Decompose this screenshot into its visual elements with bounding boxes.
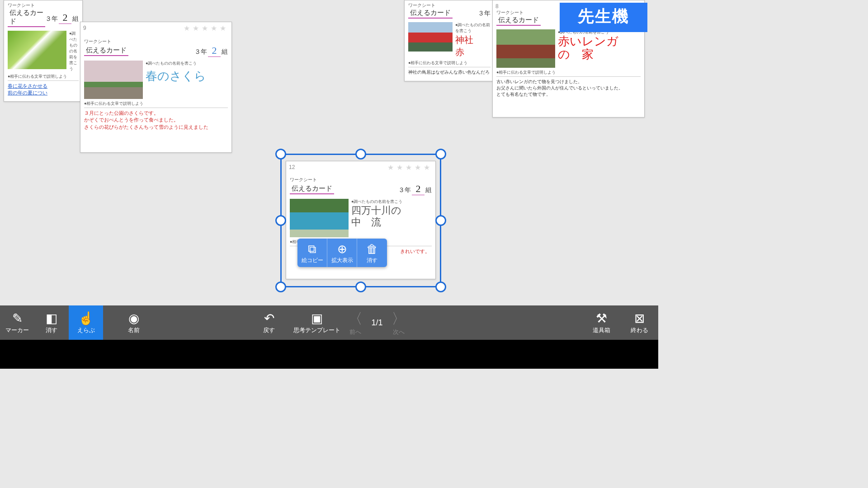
handwritten-title: 赤いレンガ の 家 (558, 35, 641, 61)
card-title: 伝えるカード (84, 46, 128, 56)
chevron-left-icon: 〈 (348, 309, 363, 329)
note-label: ●相手に伝わる文章で説明しよう (84, 101, 231, 107)
star-icon: ★ (220, 24, 229, 33)
handwritten-title: 神社 赤 (455, 34, 491, 58)
next-page-button[interactable]: 〉 次へ (387, 309, 410, 336)
note-body: 春に花をさかせる 前の年の夏につい (4, 81, 82, 99)
resize-handle[interactable] (435, 149, 446, 160)
resize-handle[interactable] (435, 215, 446, 226)
star-rating[interactable]: ★ ★ ★ ★ ★ (184, 24, 229, 33)
selection-box[interactable] (280, 154, 441, 287)
select-tool[interactable]: ☝ えらぶ (69, 305, 103, 340)
delete-button[interactable]: 🗑 消す (357, 239, 387, 267)
note-body: ３月にとった公園のさくらです。 かぞくでおべんとうを作って食べました。 さくらの… (80, 108, 231, 133)
photo-thumbnail (84, 61, 143, 99)
photo-thumbnail (496, 29, 555, 68)
bottom-strip (0, 340, 658, 369)
card-title: 伝えるカード (496, 16, 541, 26)
zoom-button[interactable]: ⊕ 拡大表示 (327, 239, 357, 267)
template-button[interactable]: ▣ 思考テンプレート (290, 305, 344, 340)
pointer-icon: ☝ (78, 311, 94, 325)
close-icon: ⊠ (634, 311, 645, 325)
copy-image-button[interactable]: ⧉ 絵コピー (297, 239, 327, 267)
note-body: 神社の鳥居はなぜみんな赤い色なんだろ (405, 67, 494, 78)
prev-page-button[interactable]: 〈 前へ (344, 309, 367, 336)
star-icon: ★ (202, 24, 211, 33)
card-title: 伝えるカード (408, 9, 453, 19)
worksheet-card[interactable]: ワークシート 伝えるカード ３年2組 ●調べたものの名前を書こう ●相手に伝わる… (4, 0, 83, 102)
person-icon: ◉ (128, 311, 139, 325)
photo-thumbnail (408, 22, 453, 52)
worksheet-label: ワークシート (84, 38, 231, 45)
class-line: ３年 (478, 9, 491, 18)
note-body: 古い赤いレンガのたて物を見つけました。 お父さんに聞いたら外国の人が住んでいると… (493, 77, 644, 100)
name-tool[interactable]: ◉ 名前 (117, 305, 151, 340)
marker-tool[interactable]: ✎ マーカー (0, 305, 34, 340)
resize-handle[interactable] (355, 149, 366, 160)
class-line: ３年2組 (45, 12, 79, 24)
field-label: ●調べたものの名前を書こう (146, 61, 228, 66)
note-label: ●相手に伝わる文章で説明しよう (496, 70, 644, 75)
note-label: ●相手に伝わる文章で説明しよう (408, 60, 494, 66)
resize-handle[interactable] (275, 149, 286, 160)
star-icon: ★ (193, 24, 202, 33)
worksheet-card[interactable]: ワークシート 伝えるカード ３年 ●調べたものの名前を書こう 神社 赤 ●相手に… (404, 0, 495, 81)
card-title: 伝えるカード (8, 9, 45, 27)
resize-handle[interactable] (355, 282, 366, 292)
template-icon: ▣ (311, 311, 323, 325)
end-button[interactable]: ⊠ 終わる (620, 305, 658, 340)
class-line: ３年2組 (194, 45, 228, 57)
note-label: ●相手に伝わる文章で説明しよう (8, 74, 82, 80)
resize-handle[interactable] (275, 215, 286, 226)
selection-toolbar: ⧉ 絵コピー ⊕ 拡大表示 🗑 消す (297, 239, 387, 267)
teacher-badge: 先生機 (560, 3, 647, 32)
canvas-area[interactable]: ワークシート 伝えるカード ３年2組 ●調べたものの名前を書こう ●相手に伝わる… (0, 0, 658, 305)
field-label: ●調べたものの名前を書こう (455, 22, 491, 34)
toolbox-button[interactable]: ⚒ 道具箱 (582, 305, 620, 340)
card-number: 8 (495, 3, 499, 9)
undo-button[interactable]: ↶ 戻す (248, 305, 290, 340)
card-number: 9 (83, 25, 86, 31)
page-indicator: 1/1 (371, 318, 382, 328)
worksheet-card-9[interactable]: 9 ★ ★ ★ ★ ★ ワークシート 伝えるカード ３年2組 ●調べたものの名前… (80, 22, 232, 153)
toolbox-icon: ⚒ (596, 311, 607, 325)
trash-icon: 🗑 (366, 242, 378, 256)
zoom-in-icon: ⊕ (337, 242, 347, 256)
erase-tool[interactable]: ◧ 消す (34, 305, 69, 340)
photo-thumbnail (8, 31, 66, 69)
star-icon: ★ (211, 24, 220, 33)
pencil-icon: ✎ (12, 311, 23, 325)
handwritten-title: 春のさくら (146, 68, 228, 84)
undo-icon: ↶ (264, 311, 274, 325)
worksheet-label: ワークシート (408, 2, 494, 9)
copy-icon: ⧉ (308, 242, 316, 256)
chevron-right-icon: 〉 (392, 309, 406, 329)
resize-handle[interactable] (275, 282, 286, 292)
star-icon: ★ (184, 24, 193, 33)
eraser-icon: ◧ (46, 311, 57, 325)
resize-handle[interactable] (435, 282, 446, 292)
bottom-toolbar: ✎ マーカー ◧ 消す ☝ えらぶ ◉ 名前 ↶ 戻す ▣ 思考テンプレート 〈… (0, 305, 658, 340)
worksheet-label: ワークシート (8, 2, 82, 9)
field-label: ●調べたものの名前を書こう (69, 31, 79, 72)
